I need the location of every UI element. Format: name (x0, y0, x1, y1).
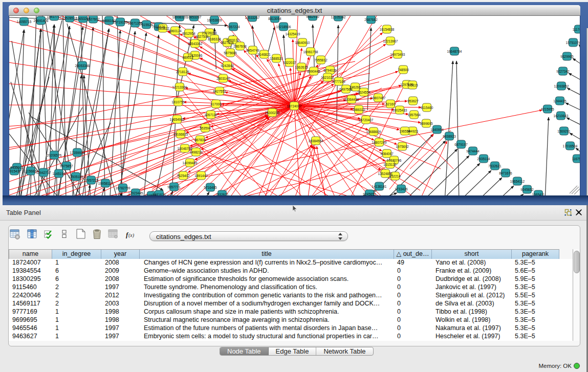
svg-text:26053346: 26053346 (75, 64, 90, 68)
svg-text:16154838: 16154838 (380, 28, 395, 31)
svg-text:1569291: 1569291 (557, 129, 571, 133)
svg-text:17359928: 17359928 (70, 151, 85, 155)
svg-text:8938923: 8938923 (443, 135, 456, 138)
svg-text:17957225: 17957225 (84, 179, 99, 182)
svg-text:417006: 417006 (210, 102, 222, 106)
svg-text:10120746: 10120746 (387, 159, 402, 162)
svg-text:19166825: 19166825 (173, 133, 188, 136)
svg-text:1498222: 1498222 (189, 150, 203, 154)
svg-text:746266: 746266 (350, 85, 361, 89)
svg-text:23226058: 23226058 (202, 31, 217, 35)
svg-text:9777169: 9777169 (332, 80, 345, 83)
svg-text:18807249: 18807249 (372, 141, 387, 144)
svg-text:7515526: 7515526 (140, 23, 153, 27)
svg-text:9146821: 9146821 (257, 53, 271, 56)
svg-text:5322037: 5322037 (283, 61, 296, 64)
svg-text:6794028: 6794028 (323, 69, 337, 72)
svg-text:16543362: 16543362 (188, 42, 203, 46)
svg-text:2687682: 2687682 (364, 18, 378, 21)
svg-text:20364436: 20364436 (344, 98, 359, 101)
svg-text:953627: 953627 (407, 99, 419, 103)
svg-text:7986322: 7986322 (352, 108, 365, 112)
svg-text:9435001: 9435001 (10, 166, 24, 169)
svg-text:9899695: 9899695 (420, 122, 433, 125)
svg-text:10025433: 10025433 (393, 108, 407, 112)
svg-text:9084067: 9084067 (380, 152, 394, 156)
svg-text:795115: 795115 (407, 83, 418, 87)
svg-text:1588520: 1588520 (270, 57, 283, 60)
svg-text:8471676: 8471676 (499, 171, 512, 175)
svg-text:9657771: 9657771 (167, 185, 181, 189)
svg-text:16648784: 16648784 (447, 50, 462, 53)
svg-text:10807487: 10807487 (371, 96, 386, 100)
svg-text:12923445: 12923445 (128, 191, 143, 195)
svg-text:12093852: 12093852 (554, 84, 569, 88)
svg-text:8960124: 8960124 (168, 29, 182, 33)
svg-text:5875685: 5875685 (224, 51, 237, 55)
svg-text:2935114: 2935114 (477, 157, 490, 161)
svg-text:14055715: 14055715 (17, 20, 32, 24)
svg-text:9242848: 9242848 (221, 64, 234, 68)
svg-text:1975692: 1975692 (396, 145, 409, 148)
svg-text:19654985: 19654985 (170, 118, 185, 121)
svg-text:12105342: 12105342 (331, 16, 346, 19)
svg-text:8215955: 8215955 (541, 107, 554, 111)
svg-text:1957564: 1957564 (407, 113, 421, 117)
svg-text:9115460: 9115460 (421, 106, 433, 110)
svg-text:8990448: 8990448 (307, 70, 320, 73)
svg-text:18998320: 18998320 (172, 16, 187, 19)
svg-text:20206576: 20206576 (47, 154, 62, 157)
svg-text:5716485: 5716485 (204, 186, 217, 189)
svg-text:1621022: 1621022 (321, 76, 334, 79)
svg-text:1640954: 1640954 (430, 128, 444, 132)
svg-text:18417719: 18417719 (47, 16, 62, 18)
svg-text:867833: 867833 (194, 138, 206, 142)
svg-text:10853287: 10853287 (187, 16, 202, 19)
svg-text:14325419: 14325419 (286, 32, 300, 36)
svg-text:9245652: 9245652 (520, 188, 534, 191)
svg-text:12213369: 12213369 (172, 85, 187, 89)
svg-text:10958117: 10958117 (98, 182, 113, 185)
svg-text:116753: 116753 (572, 157, 580, 161)
svg-text:3267110: 3267110 (205, 113, 217, 117)
svg-text:8454749: 8454749 (246, 49, 259, 52)
svg-text:7663822: 7663822 (156, 27, 169, 30)
svg-text:748500: 748500 (398, 68, 409, 72)
svg-text:3915411: 3915411 (9, 169, 21, 173)
svg-text:12213967: 12213967 (383, 39, 398, 43)
svg-text:18640910: 18640910 (295, 41, 310, 45)
svg-text:19218506: 19218506 (276, 25, 291, 29)
svg-text:8912954: 8912954 (182, 32, 195, 35)
svg-text:7625402: 7625402 (177, 174, 190, 178)
svg-text:1810755: 1810755 (171, 100, 185, 104)
svg-text:3624554: 3624554 (357, 91, 371, 94)
svg-text:14136141: 14136141 (372, 185, 387, 188)
svg-text:8427552: 8427552 (213, 90, 226, 93)
svg-text:10688609: 10688609 (366, 130, 381, 134)
svg-text:16782759: 16782759 (116, 186, 130, 190)
svg-text:9474444: 9474444 (466, 149, 480, 153)
svg-text:196534: 196534 (399, 129, 410, 133)
svg-text:12942737: 12942737 (36, 171, 51, 174)
svg-text:8813054: 8813054 (268, 17, 281, 20)
svg-text:(x): (x) (128, 232, 135, 238)
svg-text:10533267: 10533267 (245, 16, 260, 19)
svg-text:1145194: 1145194 (53, 172, 66, 176)
svg-text:12505185: 12505185 (69, 175, 83, 179)
svg-text:5469132: 5469132 (226, 38, 239, 42)
svg-text:10973493: 10973493 (390, 53, 405, 56)
svg-text:1362615: 1362615 (295, 65, 308, 69)
svg-text:1891447: 1891447 (194, 174, 208, 178)
svg-text:17016504: 17016504 (563, 144, 578, 148)
svg-text:2803144: 2803144 (216, 77, 230, 80)
svg-text:16210643: 16210643 (554, 114, 569, 118)
svg-text:1733426: 1733426 (395, 187, 408, 191)
svg-text:1117405: 1117405 (573, 28, 580, 31)
svg-text:14099489: 14099489 (183, 161, 198, 165)
svg-text:62160: 62160 (386, 102, 395, 106)
svg-text:7357224: 7357224 (227, 25, 240, 29)
svg-text:2867608: 2867608 (233, 45, 247, 48)
svg-text:15720407: 15720407 (359, 118, 374, 122)
svg-text:9975857: 9975857 (60, 164, 73, 168)
svg-text:15751074: 15751074 (566, 41, 580, 45)
